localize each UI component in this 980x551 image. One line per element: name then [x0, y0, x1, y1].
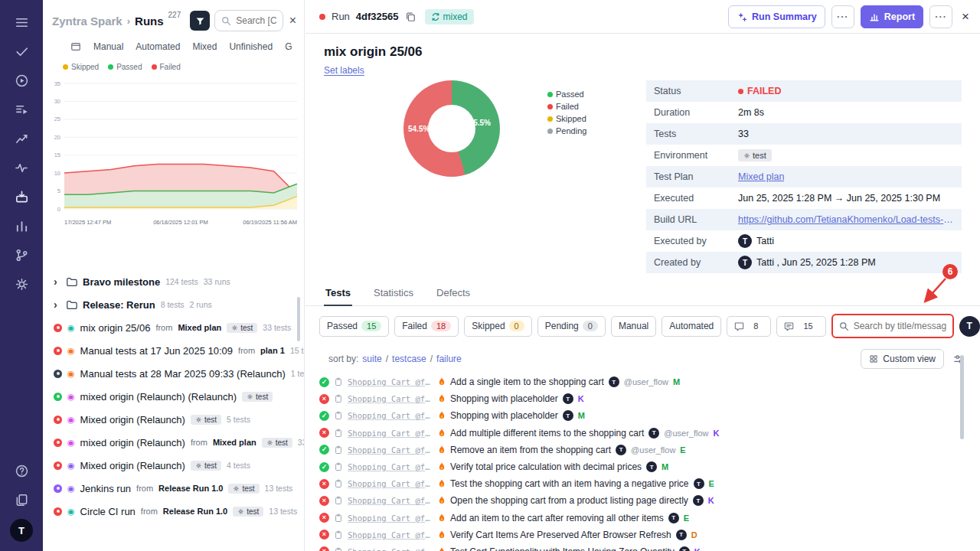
test-row[interactable]: × Shopping Cart @first… Verify Cart Item…: [319, 527, 971, 543]
detail-link[interactable]: https://github.com/TetianaKhomenko/Load-…: [738, 214, 954, 225]
test-suite[interactable]: Shopping Cart @first…: [348, 514, 433, 523]
metrics-icon[interactable]: [7, 124, 36, 153]
runs-type-all-icon[interactable]: [70, 41, 81, 52]
runs-tree-row[interactable]: › Release: Rerun 8 tests 2 runs: [43, 293, 304, 316]
filter-pill[interactable]: Pending 0: [537, 316, 606, 337]
filter-pill[interactable]: 8: [727, 316, 771, 337]
detail-tab[interactable]: Tests: [324, 284, 352, 306]
copy-icon[interactable]: [405, 11, 416, 22]
donut-legend-item[interactable]: Failed: [547, 102, 586, 111]
detail-tab[interactable]: Defects: [435, 284, 472, 305]
projects-icon[interactable]: [7, 485, 36, 514]
sort-option[interactable]: testcase: [392, 354, 426, 364]
test-title[interactable]: Verify total price calculation with deci…: [450, 461, 642, 472]
test-suite[interactable]: Shopping Cart @first…: [348, 429, 433, 438]
chevron-right-icon[interactable]: ›: [54, 276, 60, 288]
branch-icon[interactable]: [7, 240, 36, 269]
test-row[interactable]: × Shopping Cart @first… Add multiple dif…: [319, 425, 971, 442]
runs-tree-row[interactable]: ◉ mixed origin (Relaunch) (Relaunch) tes…: [43, 385, 304, 408]
test-title[interactable]: Open the shopping cart from a product li…: [450, 495, 688, 506]
runs-tree-row[interactable]: ◉ Manual tests at 28 Mar 2025 09:33 (Rel…: [43, 362, 304, 385]
set-labels-link[interactable]: Set labels: [324, 65, 364, 76]
menu-icon[interactable]: [7, 8, 36, 37]
test-title[interactable]: Shopping with placeholder: [450, 393, 558, 404]
test-title[interactable]: Remove an item from the shopping cart: [450, 445, 611, 455]
test-title[interactable]: Shopping with placeholder: [450, 410, 558, 421]
runs-search[interactable]: [214, 10, 283, 31]
test-row[interactable]: ✓ Shopping Cart @first… Add a single ite…: [319, 373, 971, 390]
donut-legend-item[interactable]: Pending: [547, 126, 586, 135]
more-actions-icon-2[interactable]: ···: [929, 5, 952, 28]
test-row[interactable]: × Shopping Cart @first… Test Cart Functi…: [319, 543, 971, 551]
runs-type-tab[interactable]: Manual: [93, 41, 123, 52]
test-suite[interactable]: Shopping Cart @first…: [348, 394, 433, 403]
legend-item[interactable]: Skipped: [63, 63, 99, 71]
test-suite[interactable]: Shopping Cart @first…: [348, 462, 433, 471]
test-suite[interactable]: Shopping Cart @first…: [348, 445, 433, 455]
assignee-avatar[interactable]: T: [959, 316, 980, 337]
test-suite[interactable]: Shopping Cart @first…: [348, 530, 433, 540]
test-suite[interactable]: Shopping Cart @first…: [348, 479, 433, 488]
runs-icon[interactable]: [7, 66, 36, 95]
test-search[interactable]: [831, 314, 954, 338]
test-row[interactable]: × Shopping Cart @first… Open the shoppin…: [319, 492, 971, 509]
test-title[interactable]: Add multiple different items to the shop…: [450, 428, 644, 439]
settings-gear-icon[interactable]: [7, 269, 36, 298]
test-row[interactable]: ✓ Shopping Cart @first… Shopping with pl…: [319, 407, 971, 424]
test-row[interactable]: × Shopping Cart @first… Shopping with pl…: [319, 390, 971, 407]
report-button[interactable]: Report: [861, 5, 923, 28]
test-title[interactable]: Add a single item to the shopping cart: [450, 377, 604, 387]
detail-link[interactable]: Mixed plan: [738, 171, 784, 182]
test-row[interactable]: ✓ Shopping Cart @first… Remove an item f…: [319, 442, 971, 458]
runs-tree-row[interactable]: ◉ Mixed origin (Relaunch) test 5 tests: [43, 408, 304, 431]
panel-close-icon[interactable]: ×: [288, 14, 298, 28]
scrollbar-thumb[interactable]: [960, 355, 964, 439]
test-suite[interactable]: Shopping Cart @first…: [348, 547, 433, 551]
legend-item[interactable]: Failed: [152, 63, 181, 71]
runs-tree-row[interactable]: ◉ Jenkins run from Release Run 1.0 test …: [43, 477, 304, 500]
user-avatar[interactable]: T: [10, 519, 33, 542]
more-actions-icon[interactable]: ···: [831, 5, 854, 28]
runs-search-input[interactable]: [236, 15, 276, 26]
custom-view-button[interactable]: Custom view: [861, 349, 944, 369]
project-name[interactable]: Zyntra Spark: [52, 15, 122, 28]
import-icon[interactable]: [7, 182, 36, 211]
close-icon[interactable]: ×: [962, 9, 969, 24]
activity-icon[interactable]: [7, 153, 36, 182]
chevron-right-icon[interactable]: ›: [54, 298, 60, 311]
help-icon[interactable]: [7, 456, 36, 485]
test-row[interactable]: ✓ Shopping Cart @first… Verify total pri…: [319, 458, 971, 475]
donut-legend-item[interactable]: Skipped: [547, 114, 586, 123]
test-suite[interactable]: Shopping Cart @first…: [348, 496, 433, 505]
filter-pill[interactable]: Automated: [662, 316, 721, 337]
runs-tree-row[interactable]: › Bravo milestone 124 tests 33 runs: [43, 270, 304, 293]
runs-type-tab[interactable]: Unfinished: [229, 41, 273, 52]
runs-type-tab[interactable]: G: [285, 41, 292, 52]
test-title[interactable]: Test Cart Functionality with Items Havin…: [450, 546, 675, 551]
filter-pill[interactable]: Manual: [611, 316, 656, 337]
test-row[interactable]: × Shopping Cart @first… Add an item to t…: [319, 510, 971, 527]
test-plans-icon[interactable]: [7, 95, 36, 124]
test-title[interactable]: Verify Cart Items Are Preserved After Br…: [450, 530, 671, 540]
test-row[interactable]: × Shopping Cart @first… Test the shoppin…: [319, 475, 971, 492]
filter-pill[interactable]: Passed 15: [319, 316, 389, 337]
test-list-scrollbar[interactable]: [960, 355, 964, 551]
filter-pill[interactable]: Failed 18: [394, 316, 459, 337]
sort-option[interactable]: failure: [436, 354, 462, 364]
report-icon[interactable]: [7, 211, 36, 240]
runs-tree-row[interactable]: ◉ Circle CI run from Release Run 1.0 tes…: [43, 500, 304, 523]
sort-option[interactable]: suite: [362, 354, 381, 364]
runs-type-tab[interactable]: Automated: [136, 41, 180, 52]
runs-tree-row[interactable]: ◉ mix origin 25/06 from Mixed plan test …: [43, 316, 304, 339]
legend-item[interactable]: Passed: [108, 63, 142, 71]
runs-tree-row[interactable]: ◉ mixed origin (Relaunch) from Mixed pla…: [43, 431, 304, 454]
runs-type-tab[interactable]: Mixed: [192, 41, 217, 52]
filter-pill[interactable]: 15: [776, 316, 825, 337]
filter-pill[interactable]: Skipped 0: [464, 316, 532, 337]
panel-scrollbar[interactable]: [297, 297, 300, 341]
detail-tab[interactable]: Statistics: [372, 284, 415, 305]
test-title[interactable]: Test the shopping cart with an item havi…: [450, 478, 689, 489]
filter-button[interactable]: [190, 11, 210, 31]
test-title[interactable]: Add an item to the cart after removing a…: [450, 513, 664, 523]
check-icon[interactable]: [7, 37, 36, 66]
